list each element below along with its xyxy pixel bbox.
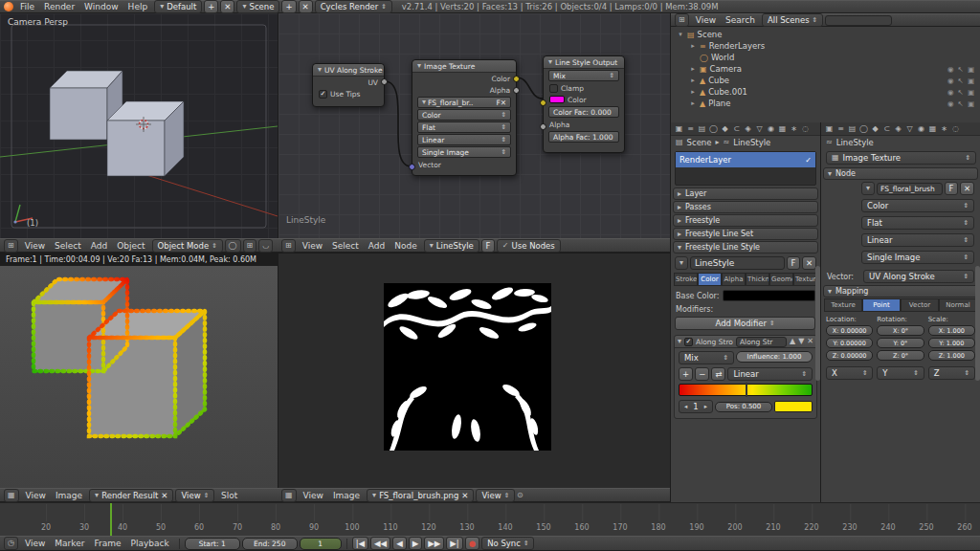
image-name-field[interactable]: FS_floral_brush — [877, 183, 943, 195]
linestyle-tab[interactable]: Thickness — [746, 273, 769, 286]
node-select[interactable]: Color⇕ — [417, 109, 511, 121]
menu-item[interactable]: Image — [328, 490, 365, 501]
scene-select[interactable]: ▾ Scene — [236, 0, 279, 13]
expander-icon[interactable]: ▾ — [677, 31, 684, 38]
layer-render-check-icon[interactable]: ✓ — [805, 156, 812, 165]
menu-item[interactable]: Node — [390, 240, 422, 252]
editor-type-select[interactable]: ▦ — [4, 489, 19, 502]
unlink-button[interactable]: ✕ — [960, 182, 974, 195]
start-frame-field[interactable]: Start: 1 — [185, 538, 240, 550]
properties-tab-icon[interactable]: ≡ — [835, 124, 846, 133]
scale-field[interactable]: X: 1.000 — [928, 325, 975, 336]
slot-label[interactable]: Slot — [216, 490, 242, 501]
vector-source-select[interactable]: UV Along Stroke ⇕ — [863, 270, 974, 283]
node-tree-datablock[interactable]: ▾ LineStyle — [424, 239, 479, 253]
menu-item[interactable]: Frame — [89, 538, 125, 549]
stop-color-swatch[interactable] — [774, 401, 813, 412]
menu-item[interactable]: View — [299, 490, 328, 501]
record-button[interactable]: ● — [465, 537, 479, 550]
pin-icon[interactable]: ⊙ — [517, 492, 523, 499]
snap-toggle[interactable]: ◡ — [258, 239, 273, 253]
menu-item[interactable]: View — [20, 240, 50, 252]
expander-icon[interactable]: ▸ — [689, 42, 697, 50]
editor-type-select[interactable]: ⊞ — [675, 13, 689, 27]
panel-header[interactable]: ▸ Layer — [673, 187, 818, 200]
linestyle-tab[interactable]: Texture — [793, 273, 817, 286]
shading-select[interactable]: ◯ — [225, 239, 241, 253]
restrict-toggles[interactable]: ◉ ↖ ▣ — [947, 88, 974, 97]
properties-tab-icon[interactable]: ◆ — [720, 124, 730, 133]
interpolation-select[interactable]: Linear ⇕ — [727, 367, 813, 381]
texture-type-select[interactable]: ▦Image Texture ⇕ — [826, 151, 976, 165]
view-mode-select[interactable]: View ⇕ — [476, 489, 515, 502]
panel-header-mapping[interactable]: ▾ Mapping — [823, 285, 978, 298]
jump-to-end-button[interactable]: ▶| — [446, 537, 462, 550]
rotation-field[interactable]: Z: 0° — [877, 350, 924, 361]
alpha-fac-slider[interactable]: Alpha Fac: 1.000 — [548, 131, 619, 143]
properties-tab-icon[interactable]: ◯ — [708, 124, 719, 133]
editor-type-select[interactable]: ▦ — [281, 489, 297, 502]
display-mode-select[interactable]: All Scenes ⇕ — [762, 13, 823, 27]
expander-icon[interactable]: ▸ — [689, 65, 697, 73]
image-datablock-select[interactable]: ▾ Render Result ✕ — [89, 489, 173, 502]
cube-front[interactable] — [107, 101, 184, 176]
stop-position-field[interactable]: Pos: 0.500 — [715, 402, 772, 412]
image-datablock[interactable]: ▾ FS_floral_br.. F ✕ — [417, 97, 511, 108]
fake-user-button[interactable]: F — [481, 239, 495, 253]
expander-icon[interactable]: ▸ — [689, 99, 697, 107]
menu-item[interactable]: Select — [327, 240, 364, 252]
menu-item[interactable]: Add — [364, 240, 390, 252]
linestyle-name-field[interactable]: LineStyle — [690, 256, 785, 270]
menu-item[interactable]: Marker — [50, 538, 89, 549]
outliner-item[interactable]: ▾ ▤ Scene — [673, 29, 978, 40]
properties-tab-icon[interactable]: ◌ — [950, 124, 961, 133]
menu-item[interactable]: Help — [123, 1, 153, 12]
node-image-texture[interactable]: ▾Image Texture Color Alpha ▾ FS_floral_b… — [412, 59, 517, 176]
location-field[interactable]: X: 0.00000 — [826, 325, 873, 336]
layers-widget[interactable]: ⊞ — [243, 239, 257, 253]
use-tips-checkbox[interactable]: ✓ — [319, 90, 327, 99]
unlink-icon[interactable]: ✕ — [161, 491, 167, 500]
move-up-icon[interactable]: ▲ — [790, 338, 795, 345]
panel-header-node[interactable]: ▾ Node — [823, 167, 978, 180]
properties-tab-icon[interactable]: ▽ — [904, 124, 915, 133]
menu-item[interactable]: Add — [86, 240, 112, 252]
linestyle-tab[interactable]: Strokes — [674, 273, 698, 286]
restrict-toggles[interactable]: ◉ ↖ ▣ — [947, 99, 974, 108]
node-editor[interactable]: ▾UV Along Stroke UV ✓Use Tips ▾Image Tex… — [278, 13, 670, 238]
texture-field-select[interactable]: Linear⇕ — [861, 233, 974, 247]
rotation-field[interactable]: Y: 0° — [877, 338, 924, 348]
vector-input-socket[interactable] — [409, 164, 415, 170]
fake-user-button[interactable]: F — [945, 182, 958, 195]
collapse-icon[interactable]: ▾ — [548, 58, 552, 66]
node-select[interactable]: Single Image⇕ — [417, 146, 511, 158]
expander-icon[interactable]: ▸ — [689, 77, 697, 84]
properties-editor-right[interactable]: ▣≡▤◯◆⊂◈▽◉▦∗◌ ≈ LineStyle ▦Image Texture … — [820, 122, 980, 502]
texture-field-select[interactable]: Color⇕ — [861, 199, 974, 212]
location-field[interactable]: Y: 0.00000 — [826, 338, 873, 348]
texture-field-select[interactable]: Single Image⇕ — [861, 251, 974, 264]
add-modifier-button[interactable]: Add Modifier ⇕ — [675, 317, 815, 330]
mapping-tab[interactable]: Normal — [939, 298, 977, 312]
editor-type-select[interactable]: ⊞ — [281, 239, 296, 253]
properties-tab-icon[interactable]: ▣ — [824, 124, 835, 133]
properties-tab-icon[interactable]: ◉ — [766, 124, 776, 133]
breadcrumb-scene[interactable]: Scene — [687, 138, 712, 147]
properties-tab-icon[interactable]: ◯ — [858, 124, 869, 133]
restrict-toggles[interactable]: ◉ ↖ ▣ — [947, 77, 974, 85]
axis-select[interactable]: Z⇕ — [928, 366, 975, 380]
properties-tab-icon[interactable]: ≡ — [685, 124, 696, 133]
properties-tab-icon[interactable]: ∗ — [789, 124, 799, 133]
timeline-ruler[interactable]: 2030405060708090100110120130140150160170… — [0, 502, 980, 536]
node-line-style-output[interactable]: ▾Line Style Output Mix⇕ Clamp Color Colo… — [543, 55, 625, 153]
image-datablock-select[interactable]: ▾ FS_floral_brush.png ✕ — [367, 489, 474, 502]
menu-item[interactable]: Search — [721, 14, 760, 26]
stop-index-stepper[interactable]: ◂ 1 ▸ — [679, 400, 713, 413]
outliner-item[interactable]: ▸ ≡ RenderLayers — [673, 40, 978, 52]
add-stop-button[interactable]: + — [679, 367, 693, 381]
fake-user-button[interactable]: F — [787, 256, 800, 270]
menu-item[interactable]: File — [15, 1, 39, 12]
collapse-icon[interactable]: ▾ — [318, 66, 322, 74]
node-uv-along-stroke[interactable]: ▾UV Along Stroke UV ✓Use Tips — [312, 63, 385, 107]
outliner[interactable]: ⊞ ViewSearch All Scenes ⇕ ▾ ▤ Scene ▸ ≡ … — [670, 13, 980, 122]
